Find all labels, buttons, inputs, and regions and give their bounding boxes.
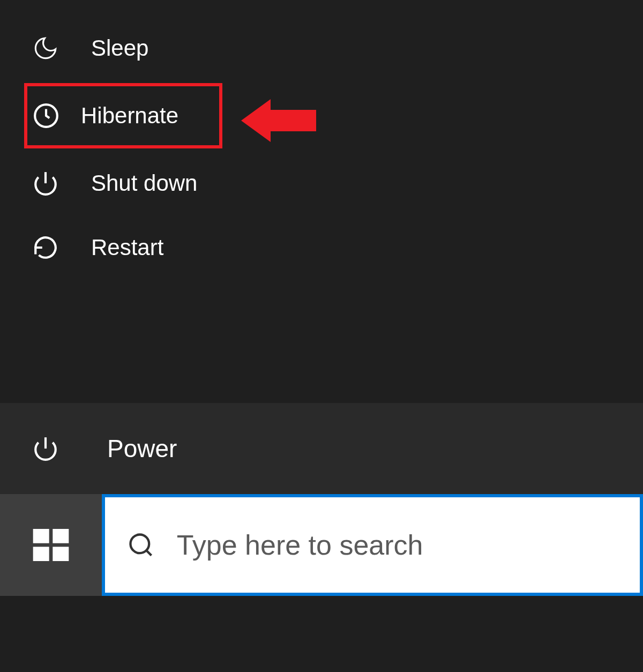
search-input[interactable] <box>177 529 618 561</box>
menu-item-label: Sleep <box>91 35 148 61</box>
menu-item-label: Hibernate <box>81 103 178 129</box>
menu-item-hibernate[interactable]: Hibernate <box>24 83 222 148</box>
power-icon <box>32 170 59 197</box>
power-label: Power <box>107 434 177 463</box>
menu-item-shutdown[interactable]: Shut down <box>0 151 643 215</box>
search-box[interactable] <box>102 494 643 596</box>
menu-item-label: Shut down <box>91 170 197 196</box>
menu-spacer <box>0 280 643 403</box>
svg-line-8 <box>146 550 151 555</box>
power-button-section[interactable]: Power <box>0 403 643 494</box>
svg-rect-4 <box>53 529 69 543</box>
taskbar <box>0 494 643 596</box>
menu-item-sleep[interactable]: Sleep <box>0 16 643 80</box>
restart-icon <box>32 234 59 261</box>
svg-rect-3 <box>33 529 49 543</box>
menu-item-restart[interactable]: Restart <box>0 215 643 280</box>
red-arrow-annotation <box>241 94 316 147</box>
power-menu: Sleep Hibernate Shut down Restart <box>0 0 643 403</box>
power-icon <box>32 435 59 462</box>
windows-logo-icon <box>29 524 72 566</box>
clock-icon <box>33 102 59 129</box>
svg-rect-6 <box>53 547 69 561</box>
menu-item-label: Restart <box>91 235 163 260</box>
svg-rect-5 <box>33 547 49 561</box>
svg-marker-9 <box>241 99 316 142</box>
start-button[interactable] <box>0 494 102 596</box>
search-icon <box>126 529 155 561</box>
moon-icon <box>32 35 59 62</box>
svg-point-7 <box>130 535 149 554</box>
